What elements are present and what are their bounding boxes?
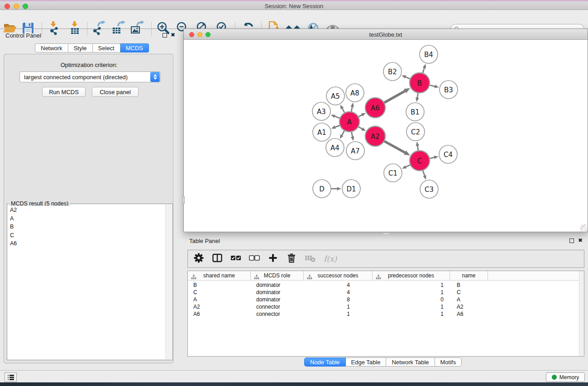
control-panel-close-icon[interactable]: ✖ <box>171 33 175 37</box>
graph-edge-A-A3[interactable] <box>331 114 340 118</box>
svg-text:C3: C3 <box>425 186 434 194</box>
column-header-MCDS-role[interactable]: MCDS role <box>251 271 304 281</box>
graph-node-A4[interactable]: A4 <box>326 138 344 157</box>
tab-network[interactable]: Network <box>35 43 68 52</box>
tab-mcds[interactable]: MCDS <box>120 43 149 52</box>
graph-edge-A6-B[interactable] <box>384 88 410 103</box>
show-columns-button[interactable] <box>211 253 223 265</box>
table-row-A[interactable]: Adominator80A <box>188 296 584 303</box>
graph-edge-A-A6[interactable] <box>359 113 366 117</box>
graph-node-B3[interactable]: B3 <box>440 81 458 99</box>
graph-node-A8[interactable]: A8 <box>346 84 364 102</box>
graph-node-C4[interactable]: C4 <box>439 145 457 163</box>
graph-node-A5[interactable]: A5 <box>326 87 344 105</box>
graph-edge-A-A2[interactable] <box>359 127 366 131</box>
memory-button[interactable]: Memory <box>546 372 585 382</box>
graph-node-A[interactable]: A <box>339 112 359 132</box>
mcds-result-item[interactable]: C <box>8 231 165 240</box>
graph-node-A3[interactable]: A3 <box>312 102 330 120</box>
graph-edge-D-D1[interactable] <box>331 187 341 191</box>
table-panel-title: Table Panel <box>189 238 220 244</box>
optimization-criterion-label: Optimization criterion: <box>4 62 174 68</box>
cell-shared-name: A2 <box>188 303 251 310</box>
tab-edge-table[interactable]: Edge Table <box>346 357 387 367</box>
graph-node-B2[interactable]: B2 <box>383 62 402 81</box>
graph-edge-A-A5[interactable] <box>340 105 345 112</box>
table-scrollbar[interactable] <box>579 271 584 356</box>
table-row-A6[interactable]: A6connector11A6 <box>188 310 584 318</box>
graph-node-A1[interactable]: A1 <box>313 123 331 141</box>
mcds-result-item[interactable]: A6 <box>8 239 165 248</box>
graph-node-C1[interactable]: C1 <box>384 164 402 182</box>
graph-edge-B-B1[interactable] <box>416 93 419 102</box>
graph-edge-B-B4[interactable] <box>423 64 426 73</box>
main-titlebar[interactable]: Session: New Session <box>0 1 588 10</box>
export-network-button[interactable] <box>91 21 106 37</box>
table-row-C[interactable]: Cdominator41C <box>188 289 584 296</box>
column-header-shared-name[interactable]: shared name <box>188 271 251 281</box>
unselect-all-columns-button[interactable] <box>249 253 260 265</box>
tab-network-table[interactable]: Network Table <box>386 357 435 367</box>
create-column-button[interactable] <box>267 253 279 265</box>
import-network-button[interactable] <box>47 21 62 37</box>
graph-node-B1[interactable]: B1 <box>406 103 424 121</box>
graph-node-C[interactable]: C <box>410 151 430 171</box>
delete-table-button <box>304 253 316 265</box>
mcds-result-item[interactable]: A2 <box>8 206 165 214</box>
tab-motifs[interactable]: Motifs <box>435 357 462 367</box>
criterion-select[interactable]: largest connected component (directed) <box>19 71 161 82</box>
import-table-button[interactable] <box>67 21 83 37</box>
mcds-result-item[interactable]: B <box>8 223 165 231</box>
horizontal-splitter-handle[interactable] <box>383 233 389 235</box>
run-mcds-button[interactable]: Run MCDS <box>42 87 86 97</box>
graph-edge-B-B3[interactable] <box>430 85 439 88</box>
vertical-splitter-handle[interactable] <box>182 196 185 204</box>
graph-edge-B-B2[interactable] <box>402 75 410 79</box>
resize-grip-icon[interactable] <box>580 224 587 231</box>
table-panel-close-icon[interactable]: ✖ <box>578 238 583 243</box>
graph-node-A6[interactable]: A6 <box>365 98 385 118</box>
tab-select[interactable]: Select <box>93 43 120 52</box>
graph-node-D1[interactable]: D1 <box>342 180 360 198</box>
graph-edge-A2-C[interactable] <box>384 141 410 155</box>
table-row-B[interactable]: Bdominator41B <box>188 281 584 289</box>
graph-node-C3[interactable]: C3 <box>420 180 438 198</box>
graph-edge-A-A8[interactable] <box>350 103 354 112</box>
table-panel-float-icon[interactable] <box>569 238 574 243</box>
column-header-successor-nodes[interactable]: successor nodes <box>304 271 373 281</box>
close-panel-button[interactable]: Close panel <box>92 87 139 97</box>
export-image-button[interactable] <box>130 21 145 37</box>
table-mode-gear-button[interactable] <box>193 253 205 265</box>
column-header-predecessor-nodes[interactable]: predecessor nodes <box>373 271 450 281</box>
cell-MCDS-role: dominator <box>251 281 304 289</box>
graph-edge-C-C4[interactable] <box>430 156 438 159</box>
control-panel-float-icon[interactable] <box>163 33 167 38</box>
network-window-titlebar[interactable]: testGlobe.txt <box>184 29 588 40</box>
table-row-A2[interactable]: A2connector11A2 <box>188 303 584 310</box>
tab-node-table[interactable]: Node Table <box>304 357 346 367</box>
delete-column-button[interactable] <box>286 253 297 265</box>
graph-node-B[interactable]: B <box>410 73 430 93</box>
mcds-result-scrollbar[interactable] <box>165 205 172 359</box>
graph-edge-C-C3[interactable] <box>423 171 426 180</box>
graph-node-A2[interactable]: A2 <box>365 126 385 146</box>
graph-node-D[interactable]: D <box>313 180 331 198</box>
network-canvas[interactable]: B4B2BB3A5A8A6A3AB1A1C2A2A4A7C4CC1C3DD1 <box>184 40 588 232</box>
graph-edge-C-C1[interactable] <box>402 165 410 169</box>
graph-node-A7[interactable]: A7 <box>346 142 364 160</box>
graph-edge-C-C2[interactable] <box>416 142 420 150</box>
graph-edge-A-A4[interactable] <box>340 131 344 139</box>
task-history-button[interactable] <box>5 372 17 382</box>
cell-predecessor-nodes: 1 <box>373 281 450 289</box>
graph-edge-A-A1[interactable] <box>331 125 340 129</box>
svg-text:B4: B4 <box>424 51 433 59</box>
graph-node-B4[interactable]: B4 <box>420 45 438 63</box>
graph-edge-A-A7[interactable] <box>351 132 354 141</box>
select-all-columns-button[interactable] <box>230 253 242 265</box>
export-table-button[interactable] <box>111 21 126 37</box>
graph-node-C2[interactable]: C2 <box>406 123 425 141</box>
mcds-result-item[interactable]: A <box>8 214 165 223</box>
tab-style[interactable]: Style <box>68 43 93 52</box>
column-header-name[interactable]: name <box>450 271 488 281</box>
cell-MCDS-role: dominator <box>251 289 304 296</box>
